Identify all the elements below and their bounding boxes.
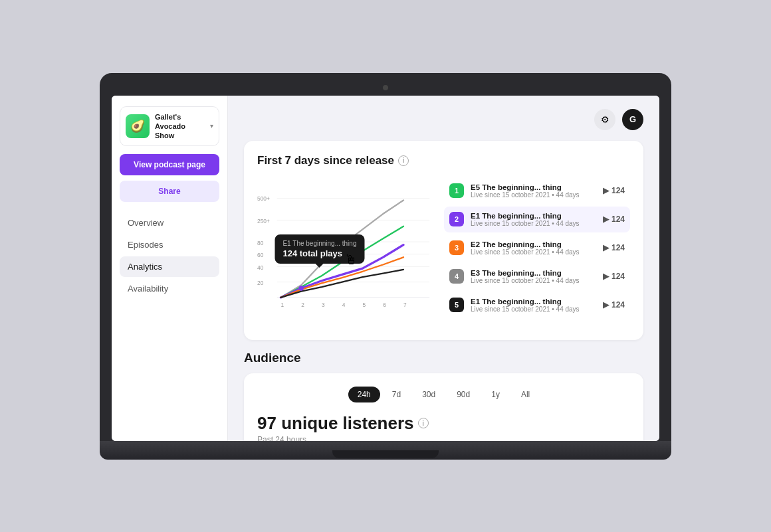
episode-rank-badge: 4	[449, 269, 464, 284]
settings-icon[interactable]: ⚙	[594, 109, 615, 130]
y-label-1: 500+	[257, 195, 270, 201]
info-icon-first7days[interactable]: i	[398, 155, 409, 166]
laptop-notch	[332, 450, 439, 458]
episode-rank-badge: 2	[449, 212, 464, 226]
episode-plays: ▶ 124	[603, 243, 625, 252]
podcast-avatar: 🥑	[126, 114, 150, 138]
screen: 🥑 Gallet's Avocado Show ▾ View podcast p…	[112, 96, 659, 441]
episode-info: E1 The beginning... thing Live since 15 …	[471, 212, 596, 227]
camera	[383, 85, 388, 90]
episode-meta: Live since 15 october 2021 • 44 days	[471, 248, 596, 256]
time-filter-bar: 24h 7d 30d 90d 1y All	[257, 387, 630, 402]
x-label-3: 3	[322, 301, 325, 308]
list-item[interactable]: 2 E1 The beginning... thing Live since 1…	[444, 207, 630, 232]
episode-title: E3 The beginning... thing	[471, 269, 596, 277]
play-icon: ▶	[603, 243, 609, 252]
episode-plays: ▶ 124	[603, 186, 625, 195]
share-button[interactable]: Share	[120, 181, 219, 202]
list-item[interactable]: 5 E1 The beginning... thing Live since 1…	[444, 292, 630, 318]
laptop-foot	[100, 441, 671, 460]
episode-rank-badge: 5	[449, 298, 464, 312]
sidebar-item-overview[interactable]: Overview	[120, 213, 219, 233]
episode-info: E3 The beginning... thing Live since 15 …	[471, 269, 596, 284]
x-label-6: 6	[383, 301, 386, 308]
episode-title: E2 The beginning... thing	[471, 240, 596, 248]
play-icon: ▶	[603, 272, 609, 281]
line-chart: 500+ 250+ 80 60 40 20	[257, 178, 431, 324]
list-item[interactable]: 3 E2 The beginning... thing Live since 1…	[444, 235, 630, 261]
y-label-3: 80	[257, 239, 264, 246]
episode-rank-badge: 3	[449, 240, 464, 255]
episodes-list: 1 E5 The beginning... thing Live since 1…	[444, 178, 630, 327]
chart-wrapper: 500+ 250+ 80 60 40 20	[257, 178, 431, 327]
y-label-6: 20	[257, 280, 264, 286]
chart-episodes-row: 500+ 250+ 80 60 40 20	[257, 178, 630, 327]
episode-meta: Live since 15 october 2021 • 44 days	[471, 277, 596, 284]
episode-plays: ▶ 124	[603, 272, 625, 281]
filter-btn-90d[interactable]: 90d	[447, 387, 479, 402]
sidebar-item-analytics[interactable]: Analytics	[120, 256, 219, 277]
sidebar-item-availability[interactable]: Availability	[120, 278, 219, 299]
audience-title: Audience	[244, 351, 643, 365]
episode-title: E5 The beginning... thing	[471, 183, 596, 191]
user-avatar[interactable]: G	[622, 109, 643, 130]
list-item[interactable]: 4 E3 The beginning... thing Live since 1…	[444, 264, 630, 290]
header-bar: ⚙ G	[244, 109, 643, 130]
card-title-first7days: First 7 days since release i	[257, 154, 630, 167]
episode-meta: Live since 15 october 2021 • 44 days	[471, 191, 596, 199]
chart-line-e5	[280, 200, 403, 297]
listeners-period: Past 24 hours	[257, 435, 630, 441]
listeners-count: 97 unique listeners i	[257, 413, 630, 434]
podcast-name: Gallet's Avocado Show	[155, 112, 205, 141]
main-content: ⚙ G First 7 days since release i	[228, 96, 659, 441]
episode-title: E1 The beginning... thing	[471, 298, 596, 306]
filter-btn-7d[interactable]: 7d	[383, 387, 410, 402]
podcast-selector[interactable]: 🥑 Gallet's Avocado Show ▾	[120, 106, 219, 147]
episode-info: E5 The beginning... thing Live since 15 …	[471, 183, 596, 199]
filter-btn-all[interactable]: All	[512, 387, 539, 402]
chevron-down-icon: ▾	[210, 122, 213, 130]
screen-bezel: 🥑 Gallet's Avocado Show ▾ View podcast p…	[100, 73, 671, 441]
y-label-5: 40	[257, 264, 264, 270]
y-label-2: 250+	[257, 218, 270, 224]
filter-btn-30d[interactable]: 30d	[413, 387, 445, 402]
first7days-card: First 7 days since release i 500+ 250+ 8…	[244, 141, 643, 340]
x-label-2: 2	[301, 301, 304, 308]
play-icon: ▶	[603, 186, 609, 195]
info-icon-listeners[interactable]: i	[418, 418, 429, 428]
sidebar-item-episodes[interactable]: Episodes	[120, 234, 219, 255]
view-podcast-button[interactable]: View podcast page	[120, 154, 219, 175]
episode-title: E1 The beginning... thing	[471, 212, 596, 220]
list-item[interactable]: 1 E5 The beginning... thing Live since 1…	[444, 178, 630, 204]
filter-btn-24h[interactable]: 24h	[348, 387, 380, 402]
x-label-4: 4	[342, 301, 346, 308]
play-icon: ▶	[603, 300, 609, 310]
x-label-7: 7	[403, 301, 407, 308]
filter-btn-1y[interactable]: 1y	[482, 387, 509, 402]
episode-plays: ▶ 124	[603, 215, 625, 224]
y-label-4: 60	[257, 252, 264, 258]
x-label-1: 1	[280, 301, 284, 308]
episode-plays: ▶ 124	[603, 300, 625, 310]
episode-info: E1 The beginning... thing Live since 15 …	[471, 298, 596, 313]
sidebar: 🥑 Gallet's Avocado Show ▾ View podcast p…	[112, 96, 228, 441]
audience-card: 24h 7d 30d 90d 1y All 97 unique listener…	[244, 373, 643, 441]
audience-section: Audience 24h 7d 30d 90d 1y All 97 unique…	[244, 351, 643, 441]
x-label-5: 5	[362, 301, 366, 308]
play-icon: ▶	[603, 215, 609, 224]
episode-meta: Live since 15 october 2021 • 44 days	[471, 306, 596, 313]
episode-rank-badge: 1	[449, 183, 464, 198]
chart-dot-e1	[298, 286, 303, 290]
laptop-frame: 🥑 Gallet's Avocado Show ▾ View podcast p…	[100, 73, 671, 460]
episode-info: E2 The beginning... thing Live since 15 …	[471, 240, 596, 256]
episode-meta: Live since 15 october 2021 • 44 days	[471, 220, 596, 227]
